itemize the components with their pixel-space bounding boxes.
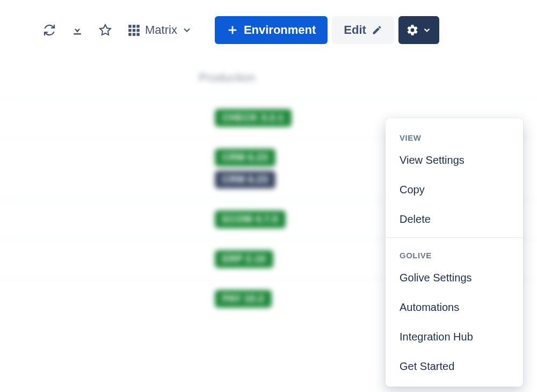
- svg-rect-9: [133, 33, 135, 35]
- pencil-icon: [372, 25, 382, 35]
- download-icon: [71, 24, 84, 37]
- star-icon: [99, 24, 112, 37]
- version-badge[interactable]: ECOM 4.7.0: [215, 210, 286, 228]
- grid-icon: [127, 23, 141, 37]
- svg-rect-5: [128, 29, 131, 32]
- refresh-button[interactable]: [38, 18, 61, 42]
- version-badge[interactable]: CRM 6.23: [215, 171, 275, 188]
- dropdown-section-title: GOLIVE: [386, 241, 523, 263]
- svg-rect-0: [74, 33, 81, 35]
- gear-icon: [406, 24, 419, 37]
- svg-rect-7: [136, 29, 139, 32]
- chevron-down-icon: [182, 25, 192, 35]
- chevron-down-icon: [422, 25, 432, 35]
- settings-dropdown: VIEWView SettingsCopyDeleteGOLIVEGolive …: [386, 118, 523, 387]
- version-badge[interactable]: CHECK 3.2.1: [215, 109, 292, 127]
- view-selector-label: Matrix: [145, 23, 177, 37]
- version-badge[interactable]: CRM 6.23: [215, 149, 275, 166]
- version-badge[interactable]: ERP 2.10: [215, 250, 273, 268]
- svg-rect-6: [133, 29, 135, 32]
- add-environment-label: Environment: [244, 23, 316, 37]
- refresh-icon: [43, 24, 56, 37]
- svg-rect-4: [136, 25, 139, 27]
- svg-rect-2: [128, 25, 131, 27]
- edit-button-label: Edit: [344, 23, 366, 37]
- svg-rect-8: [128, 33, 131, 35]
- svg-rect-10: [136, 33, 139, 35]
- column-header: Production: [0, 71, 537, 98]
- toolbar: Matrix Environment Edit: [0, 0, 537, 60]
- plus-icon: [227, 24, 238, 36]
- dropdown-item[interactable]: Integration Hub: [386, 322, 523, 352]
- dropdown-item[interactable]: Delete: [386, 205, 523, 234]
- dropdown-item[interactable]: View Settings: [386, 146, 523, 175]
- dropdown-item[interactable]: Automations: [386, 293, 523, 322]
- edit-button[interactable]: Edit: [332, 16, 394, 44]
- add-environment-button[interactable]: Environment: [215, 16, 328, 44]
- svg-marker-1: [100, 25, 111, 35]
- settings-menu-button[interactable]: [398, 16, 439, 44]
- version-badge[interactable]: PAY 10.2: [215, 290, 272, 308]
- dropdown-item[interactable]: Golive Settings: [386, 263, 523, 293]
- favorite-button[interactable]: [93, 18, 117, 42]
- download-button[interactable]: [66, 18, 89, 42]
- dropdown-item[interactable]: Get Started: [386, 352, 523, 381]
- svg-rect-3: [133, 25, 135, 27]
- view-selector[interactable]: Matrix: [121, 18, 198, 42]
- dropdown-section-title: VIEW: [386, 124, 523, 146]
- dropdown-item[interactable]: Copy: [386, 175, 523, 205]
